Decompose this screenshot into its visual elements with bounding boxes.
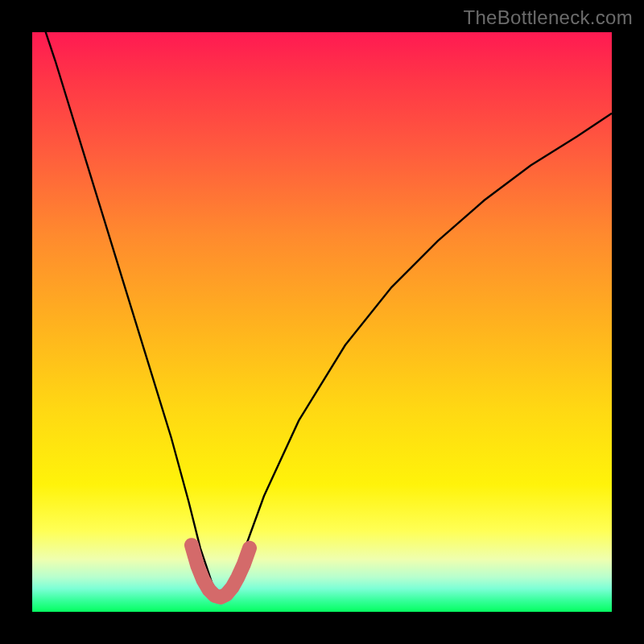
chart-svg xyxy=(32,32,612,612)
bottleneck-curve xyxy=(32,0,612,597)
plot-area xyxy=(32,32,612,612)
watermark-text: TheBottleneck.com xyxy=(463,6,633,29)
optimal-range-marker xyxy=(192,545,250,597)
chart-frame: TheBottleneck.com xyxy=(0,0,644,644)
